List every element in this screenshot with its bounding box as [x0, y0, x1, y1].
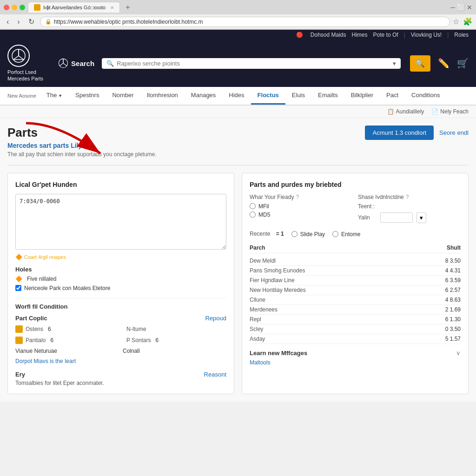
window-restore-icon[interactable]: ⬜ [457, 4, 465, 11]
two-column-layout: Lical Gr'pet Hunden 7:034/0-0060 🔶 Coart… [7, 173, 469, 394]
recente-result: Recente = 1 [250, 231, 284, 237]
filter-icon: 🔶 [15, 276, 22, 282]
tab-ilomhresion[interactable]: Ilomhresion [140, 87, 185, 105]
forward-button[interactable]: › [14, 17, 22, 27]
tab-eluis[interactable]: Eluis [285, 87, 311, 105]
aundialliely-button[interactable]: 📋 Aundialliely [387, 108, 424, 115]
nely-feach-button[interactable]: 📄 Nely Feach [431, 108, 469, 115]
small-mercedes-icon [58, 58, 68, 68]
bookmark-star-icon[interactable]: ☆ [453, 17, 459, 26]
coplic-extra-num-2: 6 [155, 337, 159, 344]
utility-item-1[interactable]: Dohsod Maids [311, 32, 346, 38]
utility-item-4[interactable]: Viovking Us! [411, 32, 442, 38]
cart-icon[interactable]: 🛒 [457, 58, 469, 69]
edit-icon[interactable]: ✏️ [438, 58, 450, 69]
filter-teent-row: Teent : [358, 203, 461, 210]
tab-floctus[interactable]: Floctus [251, 87, 285, 105]
table-row: Merdenees 2 1.69 [250, 305, 461, 315]
part-val-3: 6 2.57 [433, 287, 461, 293]
part-coplic-expand-button[interactable]: Repoud [205, 315, 226, 322]
page-subtitle: Mercedes sart parts Lily [7, 142, 469, 149]
part-name-8: Asday [250, 336, 433, 342]
parts-input-textarea[interactable]: 7:034/0-0060 [15, 194, 226, 250]
seore-endl-link[interactable]: Seore endl [439, 129, 469, 136]
close-dot[interactable] [4, 5, 9, 10]
coplic-item-extra-2: P Sontars 6 [123, 337, 226, 344]
table-row: Cllune 4 8.63 [250, 295, 461, 305]
tab-manages[interactable]: Manages [185, 87, 222, 105]
tab-hides[interactable]: Hides [222, 87, 251, 105]
tab-emailts[interactable]: Emailts [311, 87, 344, 105]
utility-item-2[interactable]: Himes [352, 32, 368, 38]
tab-the[interactable]: The [40, 87, 69, 105]
part-val-6: 6 1.30 [433, 316, 461, 323]
part-name-2: Fier Hgndlaw Line [250, 277, 433, 284]
page-header-actions: Acmunt 1.3 condlort Seore endl [365, 126, 469, 140]
window-close-icon[interactable]: ✕ [467, 4, 472, 11]
tab-nomber[interactable]: Nomber [106, 87, 140, 105]
radio-entome-input[interactable] [332, 231, 338, 237]
coplic-icon-1 [15, 325, 23, 333]
reload-button[interactable]: ↻ [26, 16, 37, 27]
utility-item-3[interactable]: Pote to Of [373, 32, 398, 38]
utility-item-5[interactable]: Roies [454, 32, 469, 38]
messages-collapse-icon: ∨ [456, 350, 461, 357]
new-tab-button[interactable]: + [123, 3, 132, 12]
filter-right: Shase Ivdnlnctdne ? Teent : Yalin 020 ▾ [358, 194, 461, 226]
part-name-3: New Hontliay Meredes [250, 287, 433, 293]
tab-bilklplier[interactable]: Bilklplier [344, 87, 380, 105]
hint-label: Coart 4rgil nnapes [24, 254, 66, 260]
part-coplic-header: Part Coplic Repoud [15, 315, 226, 322]
filter-label-text-left: Whar Your Fieady [250, 194, 294, 200]
radio-mfil-input[interactable] [250, 203, 256, 209]
part-name-1: Pans Smohg Eunodes [250, 267, 433, 274]
messages-section[interactable]: Learn new Mffcages ∨ [250, 350, 461, 357]
coplic-item-extra-1: N-Itume [123, 325, 226, 333]
nely-feach-label: Nely Feach [440, 108, 469, 115]
coplic-footer-1: Vianue Neturuae [15, 348, 119, 354]
filter-select-expand-button[interactable]: ▾ [416, 212, 426, 223]
parts-table-header: Parch Shult [250, 245, 461, 253]
messages-label: Learn new Mffcages [250, 350, 307, 357]
ery-expand-button[interactable]: Reasont [204, 371, 226, 378]
minimize-dot[interactable] [12, 5, 17, 10]
messages-link[interactable]: Maltools [250, 359, 461, 366]
radio-entome: Entome [332, 231, 360, 238]
hint-text: 🔶 Coart 4rgil nnapes [15, 254, 226, 260]
acmunt-button[interactable]: Acmunt 1.3 condlort [365, 126, 434, 140]
window-minimize-icon[interactable]: ─ [450, 4, 455, 11]
filter-label-right: Shase Ivdnlnctdne ? [358, 194, 461, 200]
radio-entome-label: Entome [341, 231, 360, 238]
nely-feach-icon: 📄 [431, 108, 438, 115]
radio-slide-play-input[interactable] [291, 231, 298, 237]
back-button[interactable]: ‹ [4, 17, 12, 27]
nericeole-checkbox[interactable] [15, 285, 21, 291]
filter-yalin-input[interactable]: 020 [380, 212, 413, 223]
tab-spestnrs[interactable]: Spestnrs [69, 87, 106, 105]
search-submit-button[interactable]: 🔍 [410, 55, 430, 72]
search-input[interactable] [117, 60, 393, 67]
radio-slide-play-label: Slide Play [300, 231, 325, 238]
maximize-dot[interactable] [20, 5, 25, 10]
coplic-extra-2: P Sontars [126, 337, 151, 344]
tab-close-icon[interactable]: ✕ [110, 5, 114, 10]
coplic-footer: Vianue Neturuae Colnall [15, 348, 226, 354]
tab-pact[interactable]: Pact [380, 87, 405, 105]
search-dropdown-icon[interactable]: ▾ [393, 60, 396, 67]
part-val-0: 8 3.50 [433, 258, 461, 264]
radio-md5-input[interactable] [250, 212, 256, 218]
part-coplic-grid: Ostens 6 N-Itume Pantialo 6 P Sontars 6 [15, 325, 226, 344]
part-coplic-link[interactable]: Dorpot Miavs is the Ieart [15, 358, 226, 364]
part-val-7: 0 3.50 [433, 326, 461, 332]
extension-icon[interactable]: 🧩 [463, 17, 472, 26]
address-bar[interactable]: 🔒 https://www.wehables/optic prnts.ihote… [40, 17, 450, 27]
part-name-0: Dew Meldl [250, 258, 433, 264]
tab-conditions[interactable]: Conditions [405, 87, 446, 105]
page-title: Parts [7, 126, 38, 140]
browser-tab[interactable]: Iιϕt Aanveilandes Gó::ιoιoto ✕ [28, 2, 120, 13]
utility-bar: 🔴 Dohsod Maids Himes Pote to Of | Viovki… [0, 30, 476, 40]
part-val-8: 5 1.57 [433, 336, 461, 342]
right-panel-title: Parts and purdes my briebted [250, 181, 461, 188]
radio-mfil-label: MFil [258, 203, 269, 210]
coplic-icon-2 [15, 337, 23, 344]
